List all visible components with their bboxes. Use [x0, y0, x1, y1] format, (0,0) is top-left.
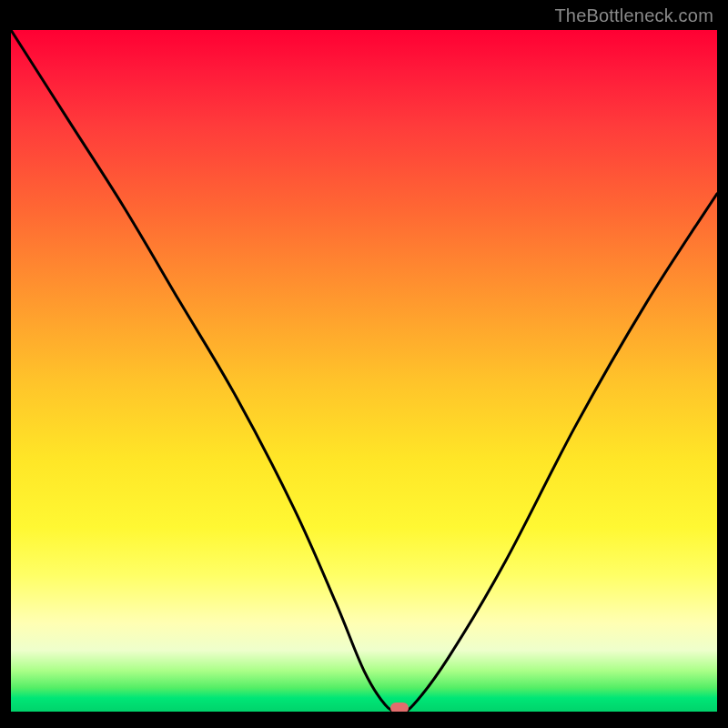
- curve-svg: [11, 30, 717, 712]
- optimal-marker: [390, 703, 409, 712]
- chart-stage: TheBottleneck.com: [0, 0, 728, 728]
- plot-area: [11, 30, 717, 712]
- watermark-text: TheBottleneck.com: [554, 5, 713, 26]
- bottleneck-curve: [11, 30, 717, 712]
